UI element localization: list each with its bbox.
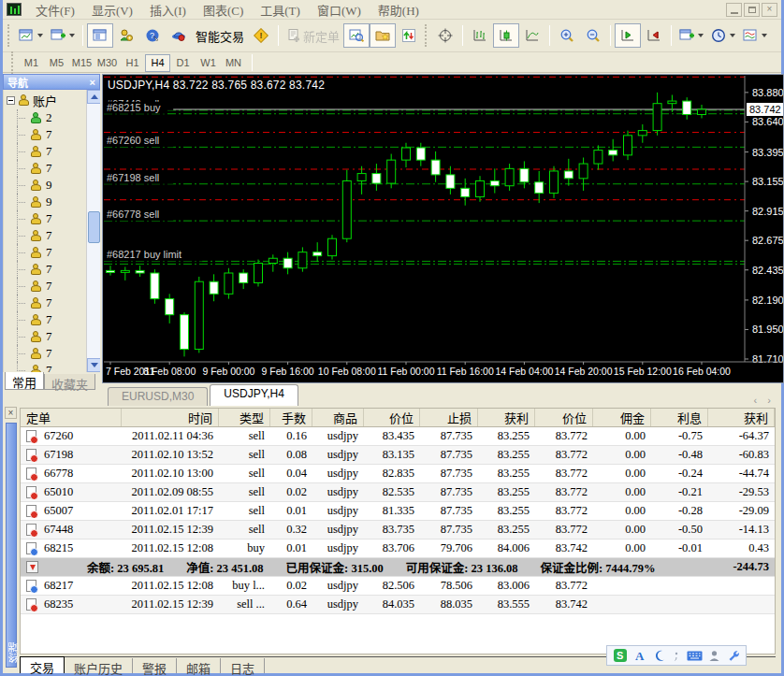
favorites-button[interactable]: [370, 23, 396, 48]
indicators-button[interactable]: [675, 23, 707, 48]
accounts-button[interactable]: [113, 23, 139, 48]
strategy-tester-button[interactable]: [343, 23, 370, 48]
order-row-65007[interactable]: 650072011.02.01 17:17sell0.01usdjpy81.33…: [21, 502, 775, 521]
column-header-2[interactable]: 类型: [219, 409, 270, 426]
chart-tab-eurusdm30[interactable]: EURUSD,M30: [108, 387, 208, 406]
timeframe-h4[interactable]: H4: [145, 54, 170, 72]
timeframe-m30[interactable]: M30: [94, 54, 120, 72]
timeframe-m15[interactable]: M15: [69, 54, 94, 72]
column-header-8[interactable]: 价位: [535, 409, 593, 426]
auto-scroll-button[interactable]: [615, 23, 641, 48]
periods-button[interactable]: [707, 23, 739, 48]
chart-window[interactable]: USDJPY,H4 83.722 83.765 83.672 83.742 83…: [102, 74, 784, 383]
column-header-4[interactable]: 商品: [312, 409, 364, 426]
comma-icon[interactable]: [673, 649, 680, 662]
dropdown-arrow-icon[interactable]: [37, 34, 43, 37]
column-header-6[interactable]: 止损: [420, 409, 478, 426]
menu-item-3[interactable]: 图表(C): [195, 0, 252, 21]
sogou-icon[interactable]: S: [613, 648, 628, 663]
ime-language-bar[interactable]: SA: [606, 645, 747, 666]
column-header-10[interactable]: 利息: [651, 409, 708, 426]
terminal-tab-交易[interactable]: 交易: [20, 656, 65, 673]
menu-item-2[interactable]: 插入(I): [141, 0, 195, 21]
column-header-11[interactable]: 获利: [708, 409, 775, 426]
order-row-67448[interactable]: 674482011.02.15 12:39sell0.32usdjpy83.73…: [21, 521, 775, 539]
terminal-tab-警报[interactable]: 警报: [133, 658, 177, 673]
menu-item-4[interactable]: 工具(T): [252, 0, 309, 21]
zoom-out-button[interactable]: [580, 23, 606, 48]
scroll-down-icon[interactable]: [87, 358, 100, 372]
timeframe-d1[interactable]: D1: [170, 54, 196, 72]
new-chart-button[interactable]: [15, 23, 47, 48]
dropdown-arrow-icon[interactable]: [698, 34, 704, 37]
dropdown-arrow-icon[interactable]: [730, 34, 735, 37]
close-button[interactable]: ×: [762, 3, 777, 17]
tab-scroll-arrows[interactable]: ‹ ›: [754, 395, 784, 406]
scrollbar-thumb[interactable]: [88, 211, 100, 243]
order-row-68215[interactable]: 682152011.02.15 12:08buy0.01usdjpy83.706…: [21, 539, 775, 558]
restore-button[interactable]: [744, 3, 760, 17]
chart-tab-usdjpyh4[interactable]: USDJPY,H4: [210, 384, 298, 406]
navigator-scrollbar[interactable]: [86, 90, 100, 372]
price-chart[interactable]: 83.88083.64083.39583.15582.91582.67582.4…: [104, 76, 783, 382]
timeframe-m1[interactable]: M1: [19, 54, 44, 72]
column-header-5[interactable]: 价位: [364, 409, 420, 426]
order-row-66778[interactable]: 667782011.02.10 13:00sell0.04usdjpy82.83…: [21, 465, 775, 483]
crosshair-button[interactable]: [432, 23, 458, 48]
toolbar-grip[interactable]: [425, 24, 429, 47]
timeframe-w1[interactable]: W1: [196, 54, 221, 72]
context-help-button[interactable]: ?: [139, 23, 166, 48]
menu-item-0[interactable]: 文件(F): [27, 0, 83, 21]
menu-item-6[interactable]: 帮助(H): [370, 0, 428, 21]
moon-icon[interactable]: [653, 649, 666, 662]
auto-update-button[interactable]: [396, 23, 422, 48]
order-row-67198[interactable]: 671982011.02.10 13:52sell0.08usdjpy83.13…: [21, 446, 775, 465]
terminal-tab-账户历史[interactable]: 账户历史: [65, 658, 133, 673]
navigator-close-icon[interactable]: ×: [90, 77, 95, 88]
letter-a-icon[interactable]: A: [634, 649, 647, 662]
alerts-button[interactable]: !: [248, 23, 274, 48]
expert-advisors-button[interactable]: 智能交易: [192, 23, 248, 48]
profiles-button[interactable]: [47, 23, 79, 48]
chart-mdi-icon[interactable]: [7, 3, 22, 16]
metaeditor-hat-button[interactable]: [166, 23, 192, 48]
person-icon[interactable]: [708, 650, 720, 662]
navigator-tab-收藏夹[interactable]: 收藏夹: [44, 374, 95, 390]
order-row-68235[interactable]: 682352011.02.15 12:39sell ...0.64usdjpy8…: [21, 596, 775, 614]
terminal-title-strip[interactable]: 终端: [6, 423, 17, 668]
column-header-1[interactable]: 时间: [122, 409, 219, 426]
column-header-7[interactable]: 获利: [478, 409, 535, 426]
order-row-67260[interactable]: 672602011.02.11 04:36sell0.16usdjpy83.43…: [21, 427, 775, 446]
templates-button[interactable]: [739, 23, 771, 48]
candles-chart-button[interactable]: [493, 23, 519, 48]
navigator-header[interactable]: 导航 ×: [3, 74, 100, 90]
menu-item-1[interactable]: 显示(V): [83, 0, 141, 21]
order-row-68217[interactable]: 682172011.02.15 12:08buy l...0.02usdjpy8…: [21, 577, 775, 596]
order-row-65010[interactable]: 650102011.02.09 08:55sell0.02usdjpy82.53…: [21, 483, 775, 502]
toolbar-grip[interactable]: [11, 51, 16, 74]
timeframe-h1[interactable]: H1: [120, 54, 145, 72]
dropdown-arrow-icon[interactable]: [69, 34, 75, 37]
keyboard-icon[interactable]: [687, 650, 703, 662]
column-header-3[interactable]: 手数: [270, 409, 312, 426]
balance-summary-row[interactable]: 余额: 23 695.81净值: 23 451.08已用保证金: 315.00可…: [21, 558, 775, 577]
minimize-button[interactable]: [726, 3, 742, 17]
navigator-tab-常用[interactable]: 常用: [5, 372, 44, 390]
collapse-icon[interactable]: [7, 96, 15, 105]
line-chart-button[interactable]: [519, 23, 545, 48]
column-header-0[interactable]: 定单: [21, 409, 122, 426]
zoom-in-button[interactable]: [554, 23, 580, 48]
terminal-close-icon[interactable]: ×: [5, 407, 17, 419]
new-order-button[interactable]: 新定单: [283, 23, 343, 48]
dropdown-arrow-icon[interactable]: [762, 34, 767, 37]
navigator-toggle-button[interactable]: [87, 23, 113, 48]
terminal-tab-邮箱[interactable]: 邮箱: [177, 658, 221, 673]
column-header-9[interactable]: 佣金: [593, 409, 651, 426]
terminal-tab-日志[interactable]: 日志: [221, 658, 265, 673]
toolbar-grip[interactable]: [7, 24, 12, 47]
scroll-up-icon[interactable]: [87, 90, 100, 104]
bars-chart-button[interactable]: [467, 23, 493, 48]
wrench-icon[interactable]: [727, 649, 740, 662]
timeframe-mn[interactable]: MN: [221, 54, 246, 72]
timeframe-m5[interactable]: M5: [44, 54, 69, 72]
